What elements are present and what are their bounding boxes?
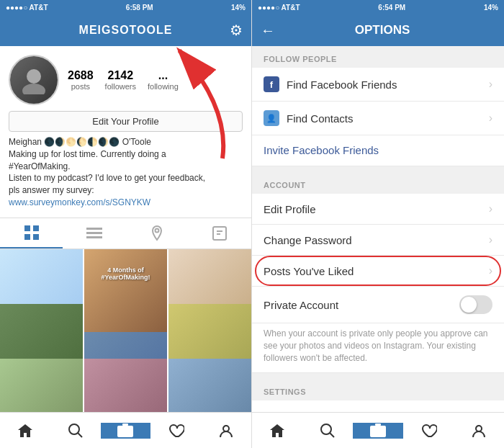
section-label-account: ACCOUNT [252,172,504,194]
following-count: ... [158,69,168,82]
bio-name: Meighan 🌑🌒🌕🌔🌓🌒🌑 O'Toole [9,137,151,147]
chevron-posts-liked: › [489,264,492,277]
photo-cell-2[interactable]: 4 Months of#YearOfMaking! [84,249,167,332]
edit-profile-button[interactable]: Edit Your Profile [9,111,243,132]
invite-facebook-label: Invite Facebook Friends [264,144,379,156]
posts-label: posts [71,82,90,91]
username-display: MEIGSOTOOLE [79,24,173,37]
bio-hashtag: #YearOfMaking. [9,161,71,171]
toggle-thumb [461,297,477,313]
svg-rect-5 [33,234,39,240]
followers-count: 2142 [108,69,134,82]
nav-home-right[interactable] [252,423,302,439]
photo-cell-9[interactable] [168,359,251,412]
nav-search-right[interactable] [302,423,353,439]
gear-icon[interactable]: ⚙ [230,22,243,39]
posts-liked-item[interactable]: Posts You've Liked › [252,256,504,287]
bio-text: Meighan 🌑🌒🌕🌔🌓🌒🌑 O'Toole Making up for lo… [9,136,243,209]
right-panel: ●●●●○ AT&T 6:54 PM 14% ← OPTIONS FOLLOW … [252,0,504,448]
profile-section: 2688 posts 2142 followers ... following … [0,46,251,218]
svg-rect-3 [33,225,39,231]
nav-camera-left[interactable] [101,423,151,439]
chevron-right-icon-2: › [489,112,492,125]
tab-grid[interactable] [0,218,63,248]
bio-link[interactable]: www.surveymonkey.com/s/SGNYKW [9,197,150,207]
profile-top: 2688 posts 2142 followers ... following [9,55,243,105]
time-right: 6:54 PM [378,4,405,12]
nav-camera-right[interactable] [353,423,403,439]
back-button[interactable]: ← [261,22,275,39]
posts-count: 2688 [68,69,94,82]
private-account-row: Private Account [252,287,504,323]
nav-home-left[interactable] [0,423,50,439]
followers-stat: 2142 followers [105,69,136,91]
find-contacts-item[interactable]: 👤 Find Contacts › [252,102,504,135]
posts-liked-label: Posts You've Liked [264,265,354,277]
left-panel: ●●●●○ AT&T 6:58 PM 14% MEIGSOTOOLE ⚙ 268… [0,0,252,448]
svg-point-9 [156,228,159,232]
find-facebook-friends-item[interactable]: f Find Facebook Friends › [252,68,504,102]
bottom-nav-left [0,412,251,448]
svg-line-21 [330,433,334,437]
status-bar-right: ●●●●○ AT&T 6:54 PM 14% [252,0,504,14]
profile-stats: 2688 posts 2142 followers ... following [68,69,179,91]
carrier-left: ●●●●○ AT&T [6,4,48,12]
nav-heart-left[interactable] [150,423,201,439]
header-right: ← OPTIONS [252,14,504,46]
contacts-icon: 👤 [264,110,279,126]
private-account-description: When your account is private only people… [252,323,504,373]
find-facebook-label: f Find Facebook Friends [264,76,397,92]
nav-profile-right[interactable] [454,423,504,439]
svg-point-20 [321,424,331,434]
tab-location[interactable] [126,218,189,248]
battery-left: 14% [231,4,246,12]
svg-rect-17 [122,424,128,426]
svg-rect-6 [86,228,102,230]
facebook-icon: f [264,76,279,92]
section-gap-1 [252,166,504,172]
options-list: FOLLOW PEOPLE f Find Facebook Friends › … [252,46,504,412]
private-account-label: Private Account [264,299,338,311]
private-account-toggle[interactable] [459,295,492,314]
photo-cell-8[interactable] [84,359,167,412]
chevron-right-icon: › [489,78,492,91]
svg-point-16 [122,428,129,435]
nav-search-left[interactable] [50,423,101,439]
avatar [9,55,59,105]
tab-list[interactable] [63,218,125,248]
tab-bar [0,218,251,249]
find-contacts-label: 👤 Find Contacts [264,110,354,126]
nav-profile-left[interactable] [201,423,251,439]
linked-accounts-item[interactable]: Linked Accounts › [252,400,504,412]
photo-label: 4 Months of#YearOfMaking! [84,264,167,284]
svg-point-13 [69,424,79,434]
bio-line2: Making up for lost time. Currently doing… [9,149,166,159]
change-password-label: Change Password [264,234,352,246]
edit-profile-item[interactable]: Edit Profile › [252,194,504,225]
chevron-change-password: › [489,233,492,246]
edit-profile-label: Edit Profile [264,203,316,215]
svg-line-14 [78,433,82,437]
header-left: MEIGSOTOOLE ⚙ [0,14,251,46]
bio-line5: pls answer my survey: [9,185,94,195]
tab-tagged[interactable] [189,218,251,248]
following-label: following [148,82,179,91]
bio-line4: Listen to my podcast? I'd love to get yo… [9,173,205,183]
section-label-settings: SETTINGS [252,379,504,400]
bottom-nav-right [252,412,504,448]
svg-point-23 [374,428,382,435]
invite-facebook-item[interactable]: Invite Facebook Friends [252,135,504,166]
avatar-image [10,56,58,104]
change-password-item[interactable]: Change Password › [252,225,504,256]
photo-grid: 4 Months of#YearOfMaking! [0,249,251,412]
svg-point-25 [476,426,482,431]
followers-label: followers [105,82,136,91]
battery-right: 14% [484,4,498,12]
nav-heart-right[interactable] [403,423,454,439]
svg-point-0 [27,69,41,84]
options-title: OPTIONS [284,23,481,37]
edit-btn-wrapper: Edit Your Profile [9,111,243,132]
svg-point-18 [223,426,229,431]
svg-rect-2 [24,225,30,231]
photo-cell-7[interactable] [0,359,83,412]
